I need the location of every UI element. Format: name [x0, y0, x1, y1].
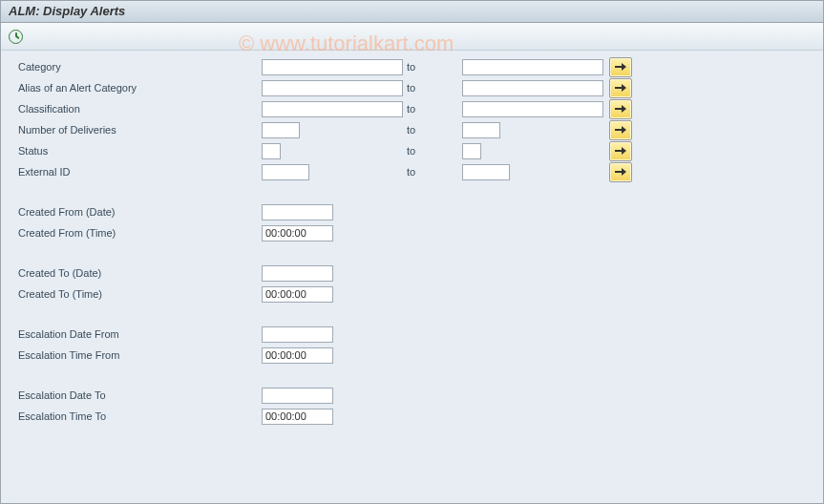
external-id-from-input[interactable] [262, 164, 309, 180]
category-from-input[interactable] [262, 59, 403, 75]
app-window: ALM: Display Alerts © www.tutorialkart.c… [0, 0, 824, 504]
esc-time-from-input[interactable] [262, 347, 333, 364]
esc-date-from-input[interactable] [262, 326, 333, 343]
row-esc-time-from: Escalation Time From [1, 345, 823, 366]
label-external-id: External ID [18, 166, 262, 178]
created-from-time-input[interactable] [262, 225, 333, 242]
to-label: to [403, 103, 462, 115]
alias-from-input[interactable] [262, 80, 403, 96]
row-classification: Classification to [1, 98, 823, 119]
page-title: ALM: Display Alerts [9, 4, 125, 18]
row-esc-date-from: Escalation Date From [1, 324, 823, 345]
created-from-date-input[interactable] [262, 204, 333, 220]
row-esc-date-to: Escalation Date To [1, 385, 823, 406]
row-created-to-date: Created To (Date) [1, 262, 823, 284]
row-status: Status to [1, 140, 823, 161]
created-to-time-input[interactable] [262, 286, 333, 303]
classification-from-input[interactable] [262, 101, 403, 117]
toolbar [1, 23, 823, 51]
row-alias: Alias of an Alert Category to [1, 77, 823, 98]
external-id-to-input[interactable] [462, 164, 510, 180]
esc-time-to-input[interactable] [262, 409, 333, 425]
label-esc-time-from: Escalation Time From [18, 349, 262, 361]
label-esc-time-to: Escalation Time To [18, 410, 262, 422]
esc-date-to-input[interactable] [262, 388, 333, 404]
label-created-from-date: Created From (Date) [18, 206, 262, 218]
arrow-right-icon [615, 62, 626, 72]
execute-icon[interactable] [9, 30, 23, 44]
status-from-input[interactable] [262, 143, 281, 159]
arrow-right-icon [615, 125, 626, 135]
label-category: Category [18, 61, 262, 73]
alias-multi-select-button[interactable] [609, 78, 632, 98]
classification-multi-select-button[interactable] [609, 99, 632, 119]
row-created-to-time: Created To (Time) [1, 284, 823, 304]
row-created-from-date: Created From (Date) [1, 201, 823, 222]
label-deliveries: Number of Deliveries [18, 124, 262, 136]
deliveries-from-input[interactable] [262, 122, 300, 138]
label-created-to-time: Created To (Time) [18, 288, 262, 300]
label-created-from-time: Created From (Time) [18, 227, 262, 239]
to-label: to [403, 82, 462, 94]
arrow-right-icon [615, 167, 626, 177]
to-label: to [403, 145, 462, 157]
category-multi-select-button[interactable] [609, 57, 632, 77]
to-label: to [403, 124, 462, 136]
arrow-right-icon [615, 83, 626, 93]
arrow-right-icon [615, 104, 626, 114]
arrow-right-icon [615, 146, 626, 156]
row-created-from-time: Created From (Time) [1, 222, 823, 243]
row-deliveries: Number of Deliveries to [1, 119, 823, 140]
external-id-multi-select-button[interactable] [609, 162, 632, 182]
to-label: to [403, 61, 462, 73]
row-external-id: External ID to [1, 161, 823, 182]
created-to-date-input[interactable] [262, 265, 333, 282]
label-status: Status [18, 145, 262, 157]
status-multi-select-button[interactable] [609, 141, 632, 161]
deliveries-multi-select-button[interactable] [609, 120, 632, 140]
status-to-input[interactable] [462, 143, 481, 159]
to-label: to [403, 166, 462, 178]
alias-to-input[interactable] [462, 80, 603, 96]
row-category: Category to [1, 56, 823, 77]
classification-to-input[interactable] [462, 101, 603, 117]
label-alias: Alias of an Alert Category [18, 82, 262, 94]
title-bar: ALM: Display Alerts [1, 1, 823, 23]
form-content: Category to Alias of an Alert Category t… [1, 51, 823, 427]
label-esc-date-from: Escalation Date From [18, 328, 262, 340]
category-to-input[interactable] [462, 59, 603, 75]
label-esc-date-to: Escalation Date To [18, 389, 262, 401]
label-created-to-date: Created To (Date) [18, 267, 262, 279]
label-classification: Classification [18, 103, 262, 115]
row-esc-time-to: Escalation Time To [1, 406, 823, 427]
deliveries-to-input[interactable] [462, 122, 500, 138]
